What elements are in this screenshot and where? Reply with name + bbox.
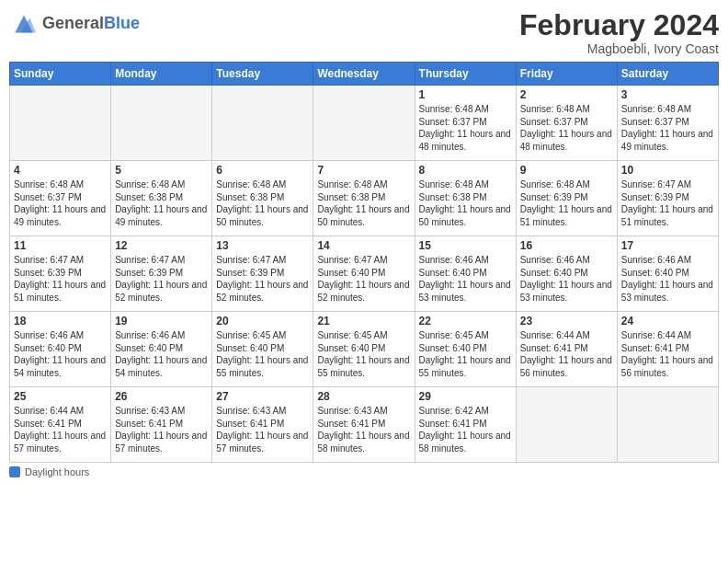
day-number: 8	[419, 164, 512, 177]
col-monday: Monday	[111, 63, 212, 86]
day-number: 5	[115, 164, 208, 177]
logo-blue: Blue	[104, 14, 140, 32]
day-number: 10	[621, 164, 714, 177]
day-info: Sunrise: 6:48 AMSunset: 6:38 PMDaylight:…	[115, 178, 208, 228]
calendar-week-row: 4Sunrise: 6:48 AMSunset: 6:37 PMDaylight…	[10, 161, 719, 236]
day-info: Sunrise: 6:48 AMSunset: 6:39 PMDaylight:…	[520, 178, 613, 228]
day-info: Sunrise: 6:47 AMSunset: 6:39 PMDaylight:…	[621, 178, 714, 228]
calendar-cell	[111, 86, 212, 161]
day-info: Sunrise: 6:43 AMSunset: 6:41 PMDaylight:…	[317, 405, 410, 454]
day-info: Sunrise: 6:46 AMSunset: 6:40 PMDaylight:…	[14, 329, 107, 379]
day-number: 28	[317, 390, 410, 403]
calendar-cell: 27Sunrise: 6:43 AMSunset: 6:41 PMDayligh…	[212, 387, 313, 463]
calendar-cell	[617, 387, 718, 463]
day-info: Sunrise: 6:48 AMSunset: 6:38 PMDaylight:…	[216, 178, 309, 228]
day-info: Sunrise: 6:45 AMSunset: 6:40 PMDaylight:…	[216, 329, 309, 379]
day-number: 4	[14, 164, 107, 177]
logo-text: GeneralBlue	[42, 15, 140, 33]
calendar-cell: 23Sunrise: 6:44 AMSunset: 6:41 PMDayligh…	[516, 312, 617, 387]
calendar-cell: 18Sunrise: 6:46 AMSunset: 6:40 PMDayligh…	[10, 312, 111, 387]
day-number: 13	[216, 239, 309, 252]
calendar-cell: 7Sunrise: 6:48 AMSunset: 6:38 PMDaylight…	[313, 161, 415, 236]
day-info: Sunrise: 6:48 AMSunset: 6:37 PMDaylight:…	[520, 103, 613, 153]
day-number: 26	[115, 390, 208, 403]
calendar-cell: 6Sunrise: 6:48 AMSunset: 6:38 PMDaylight…	[212, 161, 313, 236]
calendar-week-row: 18Sunrise: 6:46 AMSunset: 6:40 PMDayligh…	[10, 312, 719, 387]
calendar-cell	[313, 86, 415, 161]
calendar-week-row: 1Sunrise: 6:48 AMSunset: 6:37 PMDaylight…	[10, 86, 719, 161]
calendar-cell: 11Sunrise: 6:47 AMSunset: 6:39 PMDayligh…	[10, 236, 111, 312]
day-info: Sunrise: 6:46 AMSunset: 6:40 PMDaylight:…	[520, 254, 613, 304]
calendar-header-row: Sunday Monday Tuesday Wednesday Thursday…	[10, 63, 719, 86]
col-saturday: Saturday	[617, 63, 718, 86]
col-wednesday: Wednesday	[313, 63, 415, 86]
calendar-cell: 8Sunrise: 6:48 AMSunset: 6:38 PMDaylight…	[415, 161, 516, 236]
day-number: 16	[520, 239, 613, 252]
day-info: Sunrise: 6:44 AMSunset: 6:41 PMDaylight:…	[14, 405, 107, 454]
day-info: Sunrise: 6:45 AMSunset: 6:40 PMDaylight:…	[317, 329, 410, 379]
day-number: 3	[621, 88, 714, 101]
calendar-cell: 19Sunrise: 6:46 AMSunset: 6:40 PMDayligh…	[111, 312, 212, 387]
day-number: 9	[520, 164, 613, 177]
calendar-cell	[10, 86, 111, 161]
calendar-cell: 21Sunrise: 6:45 AMSunset: 6:40 PMDayligh…	[313, 312, 415, 387]
calendar-cell: 13Sunrise: 6:47 AMSunset: 6:39 PMDayligh…	[212, 236, 313, 312]
calendar-cell	[212, 86, 313, 161]
calendar-cell: 9Sunrise: 6:48 AMSunset: 6:39 PMDaylight…	[516, 161, 617, 236]
calendar-cell: 1Sunrise: 6:48 AMSunset: 6:37 PMDaylight…	[415, 86, 516, 161]
calendar-cell: 25Sunrise: 6:44 AMSunset: 6:41 PMDayligh…	[10, 387, 111, 463]
day-info: Sunrise: 6:43 AMSunset: 6:41 PMDaylight:…	[216, 405, 309, 454]
day-info: Sunrise: 6:47 AMSunset: 6:40 PMDaylight:…	[317, 254, 410, 304]
legend-color-swatch	[9, 466, 20, 477]
day-number: 2	[520, 88, 613, 101]
calendar-cell: 14Sunrise: 6:47 AMSunset: 6:40 PMDayligh…	[313, 236, 415, 312]
day-info: Sunrise: 6:44 AMSunset: 6:41 PMDaylight:…	[621, 329, 714, 379]
day-info: Sunrise: 6:42 AMSunset: 6:41 PMDaylight:…	[419, 405, 512, 454]
day-number: 6	[216, 164, 309, 177]
title-area: February 2024 Magboebli, Ivory Coast	[519, 9, 719, 56]
calendar-cell	[516, 387, 617, 463]
calendar-cell: 5Sunrise: 6:48 AMSunset: 6:38 PMDaylight…	[111, 161, 212, 236]
day-info: Sunrise: 6:44 AMSunset: 6:41 PMDaylight:…	[520, 329, 613, 379]
day-info: Sunrise: 6:47 AMSunset: 6:39 PMDaylight:…	[14, 254, 107, 304]
day-info: Sunrise: 6:46 AMSunset: 6:40 PMDaylight:…	[115, 329, 208, 379]
day-info: Sunrise: 6:46 AMSunset: 6:40 PMDaylight:…	[419, 254, 512, 304]
calendar-cell: 20Sunrise: 6:45 AMSunset: 6:40 PMDayligh…	[212, 312, 313, 387]
day-number: 29	[419, 390, 512, 403]
day-number: 22	[419, 315, 512, 327]
page-header: GeneralBlue February 2024 Magboebli, Ivo…	[9, 9, 719, 56]
day-info: Sunrise: 6:48 AMSunset: 6:37 PMDaylight:…	[621, 103, 714, 153]
day-number: 25	[14, 390, 107, 403]
logo-icon	[9, 9, 39, 39]
day-number: 21	[317, 315, 410, 327]
day-number: 7	[317, 164, 410, 177]
calendar-cell: 22Sunrise: 6:45 AMSunset: 6:40 PMDayligh…	[415, 312, 516, 387]
calendar-cell: 26Sunrise: 6:43 AMSunset: 6:41 PMDayligh…	[111, 387, 212, 463]
day-info: Sunrise: 6:48 AMSunset: 6:38 PMDaylight:…	[419, 178, 512, 228]
calendar-cell: 12Sunrise: 6:47 AMSunset: 6:39 PMDayligh…	[111, 236, 212, 312]
calendar-cell: 24Sunrise: 6:44 AMSunset: 6:41 PMDayligh…	[617, 312, 718, 387]
day-number: 20	[216, 315, 309, 327]
calendar-cell: 15Sunrise: 6:46 AMSunset: 6:40 PMDayligh…	[415, 236, 516, 312]
calendar-cell: 10Sunrise: 6:47 AMSunset: 6:39 PMDayligh…	[617, 161, 718, 236]
day-number: 11	[14, 239, 107, 252]
calendar-cell: 28Sunrise: 6:43 AMSunset: 6:41 PMDayligh…	[313, 387, 415, 463]
day-number: 27	[216, 390, 309, 403]
day-info: Sunrise: 6:48 AMSunset: 6:37 PMDaylight:…	[419, 103, 512, 153]
calendar-week-row: 11Sunrise: 6:47 AMSunset: 6:39 PMDayligh…	[10, 236, 719, 312]
day-info: Sunrise: 6:45 AMSunset: 6:40 PMDaylight:…	[419, 329, 512, 379]
month-title: February 2024	[519, 9, 719, 41]
day-info: Sunrise: 6:47 AMSunset: 6:39 PMDaylight:…	[216, 254, 309, 304]
day-info: Sunrise: 6:48 AMSunset: 6:38 PMDaylight:…	[317, 178, 410, 228]
col-thursday: Thursday	[415, 63, 516, 86]
day-number: 19	[115, 315, 208, 327]
footer-note: Daylight hours	[9, 466, 719, 477]
col-tuesday: Tuesday	[212, 63, 313, 86]
calendar-cell: 29Sunrise: 6:42 AMSunset: 6:41 PMDayligh…	[415, 387, 516, 463]
col-friday: Friday	[516, 63, 617, 86]
calendar-cell: 17Sunrise: 6:46 AMSunset: 6:40 PMDayligh…	[617, 236, 718, 312]
logo-area: GeneralBlue	[9, 9, 140, 39]
day-number: 24	[621, 315, 714, 327]
day-info: Sunrise: 6:47 AMSunset: 6:39 PMDaylight:…	[115, 254, 208, 304]
calendar-table: Sunday Monday Tuesday Wednesday Thursday…	[9, 62, 719, 463]
